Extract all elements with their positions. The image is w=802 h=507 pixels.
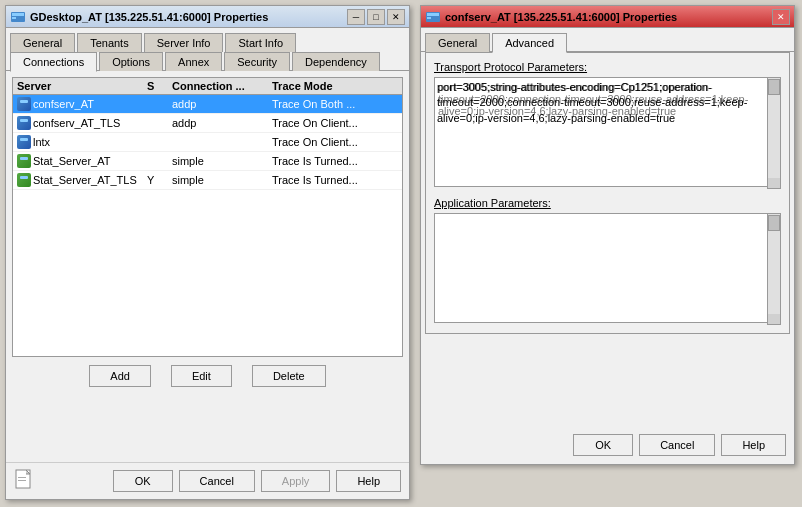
transport-label: Transport Protocol Parameters: [434,61,587,73]
server-icon [17,97,31,111]
transport-textarea[interactable] [434,77,781,187]
cell-conn: addp [172,117,272,129]
edit-button[interactable]: Edit [171,365,232,387]
scrollbar-down[interactable] [768,178,780,188]
app-textarea[interactable] [434,213,781,323]
delete-button[interactable]: Delete [252,365,326,387]
cell-conn: simple [172,155,272,167]
connections-area: Server S Connection ... Trace Mode confs… [6,71,409,401]
svg-rect-2 [12,17,16,19]
table-row[interactable]: confserv_AT_TLS addp Trace On Client... [13,114,402,133]
right-window: confserv_AT [135.225.51.41:6000] Propert… [420,5,795,465]
cell-trace: Trace Is Turned... [272,174,392,186]
app-scrollbar[interactable] [767,213,781,325]
table-row[interactable]: confserv_AT addp Trace On Both ... [13,95,402,114]
right-window-title: confserv_AT [135.225.51.41:6000] Propert… [445,11,677,23]
ok-button[interactable]: OK [113,470,173,492]
left-title-bar: GDesktop_AT [135.225.51.41:6000] Propert… [6,6,409,28]
connections-list[interactable]: Server S Connection ... Trace Mode confs… [12,77,403,357]
left-bottom-bar: OK Cancel Apply Help [6,462,409,499]
server-icon [17,135,31,149]
tab-general[interactable]: General [10,33,75,52]
svg-rect-8 [427,17,431,19]
left-window-icon [10,9,26,25]
tab-security[interactable]: Security [224,52,290,71]
minimize-button[interactable]: ─ [347,9,365,25]
add-button[interactable]: Add [89,365,151,387]
right-help-button[interactable]: Help [721,434,786,456]
right-close-button[interactable]: ✕ [772,9,790,25]
table-row[interactable]: Stat_Server_AT simple Trace Is Turned... [13,152,402,171]
right-cancel-button[interactable]: Cancel [639,434,715,456]
svg-rect-1 [12,13,24,16]
right-tab-row: General Advanced [421,28,794,52]
server-icon [17,173,31,187]
cell-s: Y [147,174,172,186]
scrollbar-thumb[interactable] [768,79,780,95]
col-header-conn[interactable]: Connection ... [172,80,272,92]
cell-conn: simple [172,174,272,186]
tab-connections[interactable]: Connections [10,52,97,72]
table-row[interactable]: Stat_Server_AT_TLS Y simple Trace Is Tur… [13,171,402,190]
tab-dependency[interactable]: Dependency [292,52,380,71]
bottom-left-icon [14,469,36,493]
cell-conn: addp [172,98,272,110]
tab-server-info[interactable]: Server Info [144,33,224,52]
svg-rect-4 [18,477,26,478]
left-window: GDesktop_AT [135.225.51.41:6000] Propert… [5,5,410,500]
tab-options[interactable]: Options [99,52,163,71]
document-icon [14,469,36,491]
svg-rect-7 [427,13,439,16]
cancel-button[interactable]: Cancel [179,470,255,492]
app-scrollbar-thumb[interactable] [768,215,780,231]
cell-trace: Trace On Client... [272,136,392,148]
help-button[interactable]: Help [336,470,401,492]
cell-server: confserv_AT_TLS [17,116,147,130]
right-window-icon [425,9,441,25]
right-tab-general[interactable]: General [425,33,490,52]
tab-row-1: General Tenants Server Info Start Info [6,28,409,51]
right-title-bar: confserv_AT [135.225.51.41:6000] Propert… [421,6,794,28]
tab-start-info[interactable]: Start Info [225,33,296,52]
cell-server: lntx [17,135,147,149]
col-header-s[interactable]: S [147,80,172,92]
tab-tenants[interactable]: Tenants [77,33,142,52]
cell-server: Stat_Server_AT [17,154,147,168]
col-header-trace[interactable]: Trace Mode [272,80,392,92]
cell-server: confserv_AT [17,97,147,111]
action-buttons: Add Edit Delete [12,357,403,395]
col-header-server[interactable]: Server [17,80,147,92]
transport-scrollbar[interactable] [767,77,781,189]
right-tab-advanced[interactable]: Advanced [492,33,567,53]
cell-server: Stat_Server_AT_TLS [17,173,147,187]
app-scrollbar-down[interactable] [768,314,780,324]
list-header: Server S Connection ... Trace Mode [13,78,402,95]
right-tab-content: Transport Protocol Parameters: port=3005… [425,52,790,334]
cell-trace: Trace On Both ... [272,98,392,110]
app-label: Application Parameters: [434,197,551,209]
right-bottom-bar: OK Cancel Help [421,426,794,464]
apply-button[interactable]: Apply [261,470,331,492]
table-row[interactable]: lntx Trace On Client... [13,133,402,152]
tab-annex[interactable]: Annex [165,52,222,71]
svg-rect-5 [18,480,26,481]
maximize-button[interactable]: □ [367,9,385,25]
server-icon [17,116,31,130]
cell-trace: Trace Is Turned... [272,155,392,167]
left-window-title: GDesktop_AT [135.225.51.41:6000] Propert… [30,11,268,23]
close-button[interactable]: ✕ [387,9,405,25]
right-ok-button[interactable]: OK [573,434,633,456]
cell-trace: Trace On Client... [272,117,392,129]
server-icon [17,154,31,168]
